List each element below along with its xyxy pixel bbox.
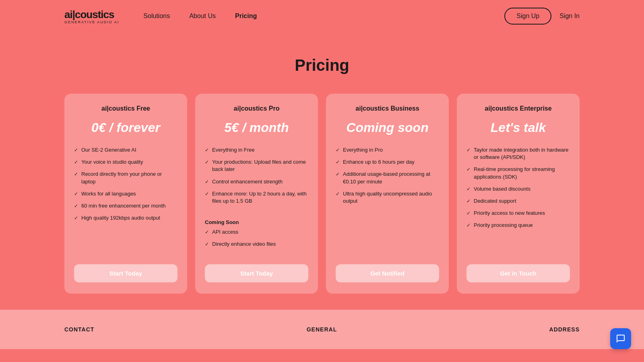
plan-pro: ai|coustics Pro 5€ / month ✓Everything i…	[195, 94, 318, 294]
list-item: ✓Everything in Pro	[336, 146, 439, 154]
list-item: ✓Priority access to new features	[466, 210, 570, 217]
page-title: Pricing	[64, 56, 580, 74]
check-icon: ✓	[74, 191, 78, 197]
check-icon: ✓	[205, 147, 209, 154]
footer: CONTACT GENERAL ADDRESS	[0, 310, 644, 349]
plan-enterprise-price: Let's talk	[466, 120, 570, 135]
plan-enterprise-title: ai|coustics Enterprise	[466, 105, 570, 112]
nav-links: Solutions About Us Pricing	[143, 12, 504, 20]
main-content: Pricing ai|coustics Free 0€ / forever ✓O…	[0, 32, 644, 310]
plan-business-price: Coming soon	[336, 120, 439, 135]
check-icon: ✓	[205, 159, 209, 166]
check-icon: ✓	[74, 171, 78, 178]
pro-coming-soon-features: ✓API access ✓Directly enhance video file…	[205, 228, 308, 248]
list-item: ✓Control enhancement strength	[205, 178, 308, 185]
nav-right: Sign Up Sign In	[504, 8, 580, 25]
logo-text: ai|coustics	[64, 8, 119, 21]
list-item: ✓Everything in Free	[205, 146, 308, 154]
list-item: ✓High quality 192kbps audio output	[74, 214, 178, 222]
check-icon: ✓	[336, 191, 340, 197]
footer-general: GENERAL	[307, 326, 337, 333]
list-item: ✓Your productions: Upload files and come…	[205, 158, 308, 173]
logo-subtitle: GENERATIVE AUDIO AI	[64, 20, 119, 24]
list-item: ✓Volume based discounts	[466, 185, 570, 193]
plan-free-cta[interactable]: Start Today	[74, 264, 178, 282]
signup-button[interactable]: Sign Up	[504, 8, 551, 25]
plan-business-cta[interactable]: Get Notified	[336, 264, 439, 282]
plan-free-price: 0€ / forever	[74, 120, 178, 135]
check-icon: ✓	[336, 171, 340, 178]
footer-general-title: GENERAL	[307, 326, 337, 333]
plan-free: ai|coustics Free 0€ / forever ✓Our SE-2 …	[64, 94, 187, 294]
list-item: ✓Ultra high quality uncompressed audio o…	[336, 190, 439, 205]
list-item: ✓60 min free enhancement per month	[74, 202, 178, 210]
list-item: ✓Priority processing queue	[466, 222, 570, 229]
plan-enterprise-features: ✓Taylor made integration both in hardwar…	[466, 146, 570, 255]
list-item: ✓Your voice in studio quality	[74, 158, 178, 166]
plan-free-title: ai|coustics Free	[74, 105, 178, 112]
coming-soon-section: Coming Soon ✓API access ✓Directly enhanc…	[205, 219, 308, 257]
plan-pro-price: 5€ / month	[205, 120, 308, 135]
coming-soon-label: Coming Soon	[205, 219, 308, 225]
list-item: ✓Real-time processing for streaming appl…	[466, 166, 570, 180]
check-icon: ✓	[466, 147, 471, 154]
plan-pro-features: ✓Everything in Free ✓Your productions: U…	[205, 146, 308, 210]
check-icon: ✓	[205, 191, 209, 197]
footer-contact: CONTACT	[64, 326, 94, 333]
list-item: ✓Enhance more: Up to 2 hours a day, with…	[205, 190, 308, 205]
plan-business-features: ✓Everything in Pro ✓Enhance up to 6 hour…	[336, 146, 439, 255]
chat-button[interactable]	[610, 328, 631, 349]
list-item: ✓Works for all languages	[74, 190, 178, 197]
check-icon: ✓	[466, 222, 471, 229]
list-item: ✓Taylor made integration both in hardwar…	[466, 146, 570, 161]
nav-pricing[interactable]: Pricing	[235, 12, 257, 20]
check-icon: ✓	[74, 159, 78, 166]
plan-enterprise-cta[interactable]: Get in Touch	[466, 264, 570, 282]
chat-icon	[616, 334, 625, 343]
check-icon: ✓	[205, 229, 209, 236]
plan-free-features: ✓Our SE-2 Generative AI ✓Your voice in s…	[74, 146, 178, 255]
list-item: ✓API access	[205, 228, 308, 236]
footer-contact-title: CONTACT	[64, 326, 94, 333]
plan-pro-title: ai|coustics Pro	[205, 105, 308, 112]
check-icon: ✓	[74, 203, 78, 210]
check-icon: ✓	[466, 186, 471, 193]
check-icon: ✓	[74, 147, 78, 154]
check-icon: ✓	[205, 179, 209, 185]
nav-about-us[interactable]: About Us	[189, 12, 216, 20]
pricing-grid: ai|coustics Free 0€ / forever ✓Our SE-2 …	[64, 94, 580, 294]
plan-business-title: ai|coustics Business	[336, 105, 439, 112]
signin-button[interactable]: Sign In	[559, 12, 580, 20]
check-icon: ✓	[466, 210, 471, 217]
list-item: ✓Dedicated support	[466, 197, 570, 205]
logo: ai|coustics GENERATIVE AUDIO AI	[64, 8, 119, 24]
plan-pro-cta[interactable]: Start Today	[205, 264, 308, 282]
list-item: ✓Additional usage-based processing at €0…	[336, 171, 439, 185]
check-icon: ✓	[336, 147, 340, 154]
list-item: ✓Record directly from your phone or lapt…	[74, 171, 178, 185]
check-icon: ✓	[74, 215, 78, 222]
check-icon: ✓	[336, 159, 340, 166]
plan-business: ai|coustics Business Coming soon ✓Everyt…	[326, 94, 449, 294]
footer-address-title: ADDRESS	[549, 326, 580, 333]
check-icon: ✓	[205, 241, 209, 248]
list-item: ✓Enhance up to 6 hours per day	[336, 158, 439, 166]
list-item: ✓Directly enhance video files	[205, 241, 308, 248]
footer-address: ADDRESS	[549, 326, 580, 333]
navbar: ai|coustics GENERATIVE AUDIO AI Solution…	[0, 0, 644, 32]
plan-enterprise: ai|coustics Enterprise Let's talk ✓Taylo…	[457, 94, 580, 294]
nav-solutions[interactable]: Solutions	[143, 12, 170, 20]
check-icon: ✓	[466, 166, 471, 173]
list-item: ✓Our SE-2 Generative AI	[74, 146, 178, 154]
check-icon: ✓	[466, 198, 471, 205]
